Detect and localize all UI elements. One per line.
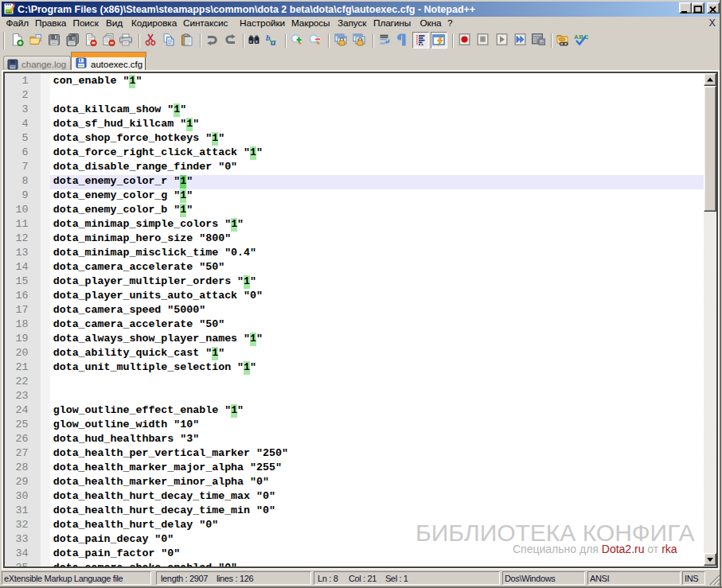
svg-text:a: a: [271, 36, 276, 46]
